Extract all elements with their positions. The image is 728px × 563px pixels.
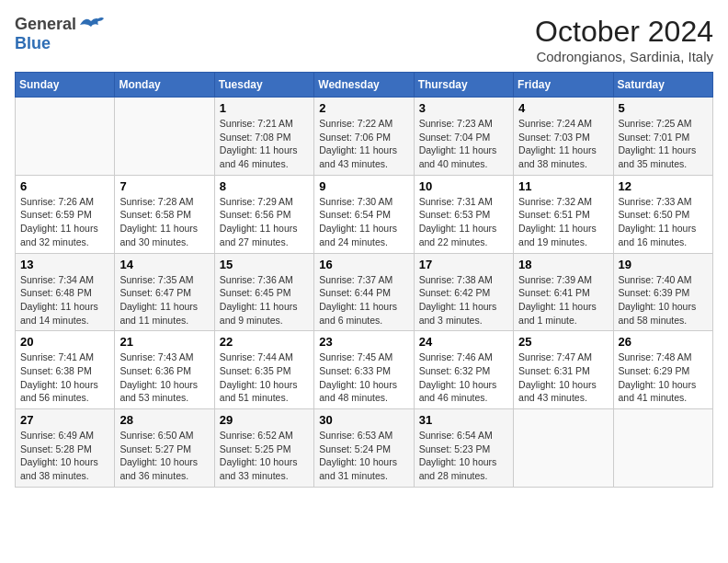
day-number: 11 bbox=[518, 179, 608, 193]
logo-general: General bbox=[15, 15, 76, 34]
calendar-header: SundayMondayTuesdayWednesdayThursdayFrid… bbox=[16, 73, 713, 98]
calendar-cell: 25Sunrise: 7:47 AM Sunset: 6:31 PM Dayli… bbox=[514, 331, 613, 409]
day-info: Sunrise: 7:23 AM Sunset: 7:04 PM Dayligh… bbox=[419, 117, 508, 171]
day-info: Sunrise: 6:49 AM Sunset: 5:28 PM Dayligh… bbox=[20, 429, 109, 483]
calendar-cell: 10Sunrise: 7:31 AM Sunset: 6:53 PM Dayli… bbox=[414, 175, 513, 253]
day-info: Sunrise: 7:25 AM Sunset: 7:01 PM Dayligh… bbox=[619, 117, 708, 171]
month-title: October 2024 bbox=[535, 15, 713, 49]
day-info: Sunrise: 7:32 AM Sunset: 6:51 PM Dayligh… bbox=[518, 195, 608, 249]
calendar-cell: 19Sunrise: 7:40 AM Sunset: 6:39 PM Dayli… bbox=[613, 253, 712, 331]
calendar-cell: 20Sunrise: 7:41 AM Sunset: 6:38 PM Dayli… bbox=[16, 331, 115, 409]
day-info: Sunrise: 7:26 AM Sunset: 6:59 PM Dayligh… bbox=[20, 195, 109, 249]
calendar-body: 1Sunrise: 7:21 AM Sunset: 7:08 PM Daylig… bbox=[16, 98, 713, 488]
day-of-week-header: Friday bbox=[514, 73, 613, 98]
calendar-cell: 23Sunrise: 7:45 AM Sunset: 6:33 PM Dayli… bbox=[314, 331, 414, 409]
day-of-week-header: Thursday bbox=[414, 73, 513, 98]
title-area: October 2024 Codrongianos, Sardinia, Ita… bbox=[535, 15, 713, 64]
day-number: 7 bbox=[119, 179, 209, 193]
logo-blue: Blue bbox=[15, 34, 51, 53]
day-info: Sunrise: 7:47 AM Sunset: 6:31 PM Dayligh… bbox=[518, 350, 608, 405]
day-number: 10 bbox=[419, 179, 508, 193]
day-of-week-header: Wednesday bbox=[314, 73, 414, 98]
day-number: 1 bbox=[220, 101, 309, 115]
day-info: Sunrise: 7:40 AM Sunset: 6:39 PM Dayligh… bbox=[619, 273, 708, 327]
day-number: 21 bbox=[119, 335, 209, 349]
day-number: 19 bbox=[619, 258, 708, 271]
calendar-cell bbox=[115, 98, 214, 176]
calendar-cell bbox=[514, 409, 613, 488]
calendar-cell: 29Sunrise: 6:52 AM Sunset: 5:25 PM Dayli… bbox=[214, 409, 313, 488]
calendar-week-row: 6Sunrise: 7:26 AM Sunset: 6:59 PM Daylig… bbox=[16, 175, 713, 253]
calendar-cell: 12Sunrise: 7:33 AM Sunset: 6:50 PM Dayli… bbox=[613, 175, 712, 253]
day-number: 6 bbox=[20, 179, 109, 193]
day-number: 31 bbox=[419, 413, 508, 427]
calendar-cell: 9Sunrise: 7:30 AM Sunset: 6:54 PM Daylig… bbox=[314, 175, 414, 253]
day-info: Sunrise: 7:38 AM Sunset: 6:42 PM Dayligh… bbox=[419, 273, 508, 327]
day-info: Sunrise: 7:34 AM Sunset: 6:48 PM Dayligh… bbox=[20, 273, 109, 327]
day-number: 25 bbox=[518, 335, 608, 349]
day-info: Sunrise: 7:22 AM Sunset: 7:06 PM Dayligh… bbox=[319, 117, 408, 171]
calendar-cell: 16Sunrise: 7:37 AM Sunset: 6:44 PM Dayli… bbox=[314, 253, 414, 331]
calendar-cell: 21Sunrise: 7:43 AM Sunset: 6:36 PM Dayli… bbox=[115, 331, 214, 409]
day-number: 9 bbox=[319, 179, 408, 193]
day-number: 16 bbox=[319, 258, 408, 271]
calendar-cell: 11Sunrise: 7:32 AM Sunset: 6:51 PM Dayli… bbox=[514, 175, 613, 253]
calendar-cell: 1Sunrise: 7:21 AM Sunset: 7:08 PM Daylig… bbox=[214, 98, 313, 176]
day-info: Sunrise: 7:39 AM Sunset: 6:41 PM Dayligh… bbox=[518, 273, 608, 327]
day-number: 15 bbox=[220, 258, 309, 271]
day-info: Sunrise: 6:53 AM Sunset: 5:24 PM Dayligh… bbox=[319, 429, 408, 483]
calendar-week-row: 20Sunrise: 7:41 AM Sunset: 6:38 PM Dayli… bbox=[16, 331, 713, 409]
day-info: Sunrise: 7:37 AM Sunset: 6:44 PM Dayligh… bbox=[319, 273, 408, 327]
calendar-cell: 15Sunrise: 7:36 AM Sunset: 6:45 PM Dayli… bbox=[214, 253, 313, 331]
calendar-cell: 27Sunrise: 6:49 AM Sunset: 5:28 PM Dayli… bbox=[16, 409, 115, 488]
calendar-week-row: 27Sunrise: 6:49 AM Sunset: 5:28 PM Dayli… bbox=[16, 409, 713, 488]
calendar-cell: 8Sunrise: 7:29 AM Sunset: 6:56 PM Daylig… bbox=[214, 175, 313, 253]
day-info: Sunrise: 7:35 AM Sunset: 6:47 PM Dayligh… bbox=[119, 273, 209, 327]
day-number: 29 bbox=[220, 413, 309, 427]
day-info: Sunrise: 7:45 AM Sunset: 6:33 PM Dayligh… bbox=[319, 350, 408, 405]
day-info: Sunrise: 7:41 AM Sunset: 6:38 PM Dayligh… bbox=[20, 350, 109, 405]
calendar-cell: 31Sunrise: 6:54 AM Sunset: 5:23 PM Dayli… bbox=[414, 409, 513, 488]
calendar-cell: 17Sunrise: 7:38 AM Sunset: 6:42 PM Dayli… bbox=[414, 253, 513, 331]
page-header: General Blue October 2024 Codrongianos, … bbox=[15, 15, 713, 64]
day-info: Sunrise: 7:24 AM Sunset: 7:03 PM Dayligh… bbox=[518, 117, 608, 171]
day-number: 22 bbox=[220, 335, 309, 349]
day-info: Sunrise: 6:54 AM Sunset: 5:23 PM Dayligh… bbox=[419, 429, 508, 483]
day-number: 24 bbox=[419, 335, 508, 349]
calendar-cell: 4Sunrise: 7:24 AM Sunset: 7:03 PM Daylig… bbox=[514, 98, 613, 176]
calendar-cell: 14Sunrise: 7:35 AM Sunset: 6:47 PM Dayli… bbox=[115, 253, 214, 331]
day-info: Sunrise: 6:52 AM Sunset: 5:25 PM Dayligh… bbox=[220, 429, 309, 483]
calendar-cell: 5Sunrise: 7:25 AM Sunset: 7:01 PM Daylig… bbox=[613, 98, 712, 176]
day-number: 13 bbox=[20, 258, 109, 271]
day-info: Sunrise: 7:43 AM Sunset: 6:36 PM Dayligh… bbox=[119, 350, 209, 405]
day-of-week-header: Monday bbox=[115, 73, 214, 98]
calendar-cell: 30Sunrise: 6:53 AM Sunset: 5:24 PM Dayli… bbox=[314, 409, 414, 488]
calendar-cell: 28Sunrise: 6:50 AM Sunset: 5:27 PM Dayli… bbox=[115, 409, 214, 488]
calendar-cell: 6Sunrise: 7:26 AM Sunset: 6:59 PM Daylig… bbox=[16, 175, 115, 253]
day-number: 8 bbox=[220, 179, 309, 193]
day-number: 3 bbox=[419, 101, 508, 115]
day-number: 23 bbox=[319, 335, 408, 349]
calendar-cell bbox=[613, 409, 712, 488]
day-of-week-header: Tuesday bbox=[214, 73, 313, 98]
calendar-cell: 26Sunrise: 7:48 AM Sunset: 6:29 PM Dayli… bbox=[613, 331, 712, 409]
day-info: Sunrise: 7:31 AM Sunset: 6:53 PM Dayligh… bbox=[419, 195, 508, 249]
day-info: Sunrise: 7:29 AM Sunset: 6:56 PM Dayligh… bbox=[220, 195, 309, 249]
day-of-week-header: Saturday bbox=[613, 73, 712, 98]
logo: General Blue bbox=[15, 15, 104, 53]
day-number: 2 bbox=[319, 101, 408, 115]
day-number: 4 bbox=[518, 101, 608, 115]
day-number: 27 bbox=[20, 413, 109, 427]
day-number: 30 bbox=[319, 413, 408, 427]
day-info: Sunrise: 7:21 AM Sunset: 7:08 PM Dayligh… bbox=[220, 117, 309, 171]
location-subtitle: Codrongianos, Sardinia, Italy bbox=[535, 49, 713, 64]
calendar-week-row: 13Sunrise: 7:34 AM Sunset: 6:48 PM Dayli… bbox=[16, 253, 713, 331]
calendar-cell: 3Sunrise: 7:23 AM Sunset: 7:04 PM Daylig… bbox=[414, 98, 513, 176]
day-number: 12 bbox=[619, 179, 708, 193]
day-number: 17 bbox=[419, 258, 508, 271]
day-number: 18 bbox=[518, 258, 608, 271]
calendar-cell: 13Sunrise: 7:34 AM Sunset: 6:48 PM Dayli… bbox=[16, 253, 115, 331]
day-number: 28 bbox=[119, 413, 209, 427]
calendar-cell: 7Sunrise: 7:28 AM Sunset: 6:58 PM Daylig… bbox=[115, 175, 214, 253]
day-of-week-header: Sunday bbox=[16, 73, 115, 98]
